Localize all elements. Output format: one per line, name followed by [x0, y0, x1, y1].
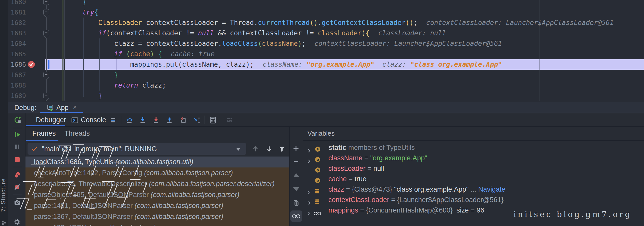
code-line-1684[interactable]: 1684 clazz = contextClassLoader.loadClas… [0, 38, 644, 49]
show-execution-point-icon[interactable] [109, 117, 117, 124]
toolbar-separator [121, 116, 121, 124]
thread-running-check-icon [31, 146, 38, 152]
settings-layout-icon[interactable] [226, 117, 233, 124]
navigate-down-icon[interactable] [293, 187, 299, 191]
code-fold-icon[interactable]: − [43, 93, 49, 99]
code-line-1685[interactable]: 1685 if (cache) {cache: true [0, 49, 644, 59]
code-line-1680[interactable]: 1680− } [0, 0, 644, 7]
tab-console[interactable]: Console [81, 113, 106, 126]
divider [25, 126, 644, 127]
code-text: } [66, 70, 118, 80]
step-over-icon[interactable] [126, 117, 133, 124]
variable-row[interactable]: contextClassLoader = {Launcher$AppClassL… [303, 195, 504, 205]
code-fold-icon[interactable]: − [43, 9, 49, 15]
code-line-1687[interactable]: 1687− } [0, 70, 644, 80]
divider [8, 113, 644, 113]
svg-text:p: p [316, 158, 319, 162]
breakpoint-icon[interactable] [27, 60, 35, 69]
frame-row[interactable]: checkAutoType:1402, ParserConfig (com.al… [25, 167, 289, 178]
code-fold-icon[interactable]: − [43, 72, 49, 78]
line-number: 1686 [8, 59, 26, 70]
filter-funnel-icon[interactable] [278, 146, 285, 152]
debugger-toolbar: Debugger Console [8, 113, 644, 126]
navigate-up-icon[interactable] [293, 173, 299, 177]
line-number: 1682 [8, 18, 26, 28]
stop-icon[interactable] [14, 156, 21, 163]
inline-debugger-hint: cache: true [171, 50, 215, 58]
resume-program-icon[interactable] [14, 131, 21, 138]
variable-row[interactable]: clazz = {Class@473} "class org.example.A… [303, 184, 505, 195]
variable-row[interactable]: pclassLoader = null [303, 163, 384, 174]
code-fold-icon[interactable]: − [43, 30, 49, 36]
tab-app[interactable]: App [56, 102, 69, 113]
code-line-1683[interactable]: 1683− if(contextClassLoader != null && c… [0, 28, 644, 38]
line-number: 1689 [8, 91, 26, 101]
step-into-icon[interactable] [139, 117, 146, 124]
chevron-right-icon[interactable] [307, 208, 311, 219]
watermark-text: initsec blog.gm7.org [513, 210, 632, 219]
code-text: ClassLoader contextClassLoader = Thread.… [66, 18, 614, 28]
run-to-cursor-icon[interactable] [193, 117, 201, 124]
code-line-1689[interactable]: 1689− } [0, 91, 644, 101]
glasses-icon [292, 213, 301, 219]
drop-frame-icon[interactable] [180, 117, 187, 124]
tool-window-icon[interactable] [2, 220, 6, 225]
svg-text:s: s [317, 147, 319, 151]
line-number: 1680 [8, 0, 26, 7]
execution-caret [48, 60, 49, 69]
code-line-1682[interactable]: 1682 ClassLoader contextClassLoader = Th… [0, 18, 644, 28]
code-line-1681[interactable]: 1681− try{ [0, 7, 644, 18]
force-step-into-icon[interactable] [152, 117, 160, 124]
add-watch-icon[interactable] [292, 145, 300, 152]
frame-row[interactable]: loadClass:1686, TypeUtils (com.alibaba.f… [25, 157, 289, 167]
vcs-change-marker [62, 0, 63, 101]
tab-frames[interactable]: Frames [32, 126, 56, 140]
toolbar-separator [13, 128, 22, 128]
code-fold-icon[interactable]: − [43, 0, 49, 5]
frame-row[interactable]: deserialze:75, ThrowableDeserializer (co… [25, 178, 289, 189]
variable-row[interactable]: pcache = true [303, 174, 366, 184]
code-text: return clazz; [66, 80, 166, 91]
variable-row[interactable]: sstatic members of TypeUtils [303, 143, 415, 153]
view-breakpoints-icon[interactable] [14, 172, 21, 179]
thread-selector-dropdown[interactable]: "main"@1 in group "main": RUNNING [28, 143, 246, 155]
close-icon[interactable]: × [73, 103, 77, 111]
watched-variable-icon [314, 208, 321, 219]
hard-wrap-guide [539, 0, 539, 101]
inline-debugger-hint: contextClassLoader: Launcher$AppClassLoa… [314, 40, 502, 47]
evaluate-expression-icon[interactable] [209, 116, 217, 124]
structure-tool-button[interactable]: 7: Structure [0, 178, 8, 212]
code-line-1686[interactable]: 1686 mappings.put(className, clazz);clas… [0, 59, 644, 70]
tab-debugger[interactable]: Debugger [29, 113, 73, 126]
pause-program-icon[interactable] [14, 143, 21, 150]
remove-watch-icon[interactable] [292, 158, 300, 165]
inline-debugger-hint: classLoader: null [378, 29, 446, 37]
frame-down-icon[interactable] [266, 145, 273, 152]
tab-threads[interactable]: Threads [65, 126, 90, 140]
inline-debugger-hint: contextClassLoader: Launcher$AppClassLoa… [426, 19, 614, 26]
mute-breakpoints-icon[interactable] [14, 183, 21, 191]
ide-debug-window: 1680− }1681− try{1682 ClassLoader contex… [0, 0, 644, 226]
copy-stack-icon[interactable] [292, 200, 300, 207]
code-text: try{ [66, 7, 98, 18]
show-watches-toggle[interactable] [290, 210, 302, 222]
variable-row[interactable]: mappings = {ConcurrentHashMap@600} size … [303, 205, 484, 216]
code-text: mappings.put(className, clazz);className… [66, 59, 502, 70]
frame-row[interactable]: parse:1367, DefaultJSONParser (com.aliba… [25, 211, 289, 222]
rerun-icon[interactable] [14, 116, 21, 124]
frame-row[interactable]: parseObject:395, DefaultJSONParser (com.… [25, 189, 289, 200]
gear-icon[interactable] [14, 218, 21, 225]
code-line-1688[interactable]: 1688 return clazz; [0, 80, 644, 91]
chevron-down-icon [236, 148, 241, 151]
step-out-icon[interactable] [166, 117, 173, 124]
variable-row[interactable]: pclassName = "org.example.App" [303, 153, 427, 163]
code-text: if (cache) {cache: true [66, 49, 215, 59]
frame-up-icon[interactable] [252, 145, 259, 152]
code-lines: 1680− }1681− try{1682 ClassLoader contex… [0, 0, 644, 102]
frame-row[interactable]: parse:183, JSON (com.alibaba.fastjson) [25, 222, 289, 226]
svg-text:p: p [316, 168, 319, 172]
toolbar-separator [13, 167, 22, 167]
thread-dump-camera-icon[interactable] [14, 199, 21, 206]
active-tab-underline [26, 125, 65, 126]
frame-row[interactable]: parse:1401, DefaultJSONParser (com.aliba… [25, 200, 289, 211]
